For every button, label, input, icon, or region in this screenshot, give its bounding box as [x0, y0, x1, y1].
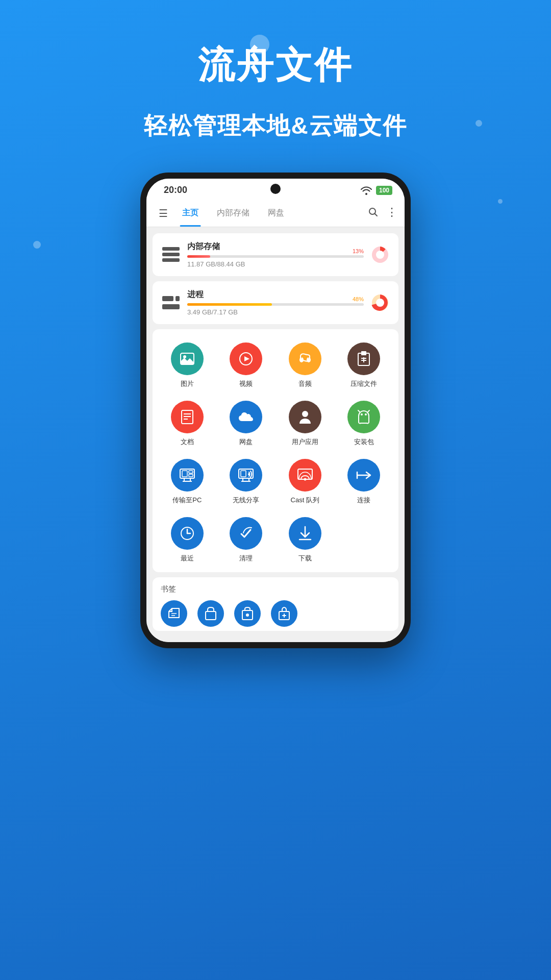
- svg-point-29: [302, 411, 308, 417]
- app-item-docs[interactable]: 文档: [160, 397, 215, 451]
- svg-marker-15: [244, 356, 249, 361]
- svg-point-30: [361, 413, 363, 415]
- svg-rect-34: [189, 471, 193, 473]
- app-title: 流舟文件: [0, 41, 551, 90]
- bookmark-icon-4[interactable]: [271, 600, 297, 627]
- app-item-archive[interactable]: 压缩文件: [337, 338, 392, 393]
- app-item-recent[interactable]: 最近: [160, 513, 215, 567]
- app-label-recent: 最近: [181, 554, 194, 563]
- storage-icon-process: [162, 293, 180, 312]
- app-grid-card: 图片 视频: [153, 329, 398, 572]
- wifi-icon: [361, 186, 372, 195]
- svg-rect-9: [162, 304, 180, 309]
- app-icon-cloud: [230, 401, 262, 433]
- storage-name-process: 进程: [187, 289, 364, 300]
- battery-indicator: 100: [376, 186, 392, 195]
- app-item-pc[interactable]: 传输至PC: [160, 455, 215, 509]
- svg-point-41: [248, 473, 250, 475]
- app-icon-docs: [171, 401, 204, 433]
- app-grid: 图片 视频: [158, 338, 393, 567]
- app-label-cloud: 网盘: [239, 437, 253, 447]
- svg-rect-2: [162, 247, 180, 251]
- nav-menu-button[interactable]: ☰: [154, 200, 173, 227]
- bookmarks-row: [161, 600, 390, 627]
- storage-info-process: 进程 48% 3.49 GB/7.17 GB: [187, 289, 364, 316]
- bookmark-icon-3[interactable]: [234, 600, 261, 627]
- app-icon-cast: [289, 459, 321, 492]
- svg-point-46: [304, 478, 306, 481]
- app-item-clean[interactable]: 清理: [219, 513, 274, 567]
- storage-card-process[interactable]: 进程 48% 3.49 GB/7.17 GB: [153, 281, 398, 324]
- app-icon-clean: [230, 517, 262, 550]
- app-item-apk[interactable]: 安装包: [337, 397, 392, 451]
- bookmarks-title: 书签: [161, 584, 390, 594]
- svg-rect-7: [162, 296, 173, 301]
- app-item-photos[interactable]: 图片: [160, 338, 215, 393]
- svg-rect-40: [241, 471, 246, 477]
- app-item-cast[interactable]: Cast 队列: [278, 455, 333, 509]
- phone-screen: 20:00 100 ☰ 主页 内部存储: [146, 179, 405, 642]
- app-icon-recent: [171, 517, 204, 550]
- bg-dot-4: [498, 199, 503, 204]
- svg-rect-56: [206, 611, 216, 620]
- app-label-photos: 图片: [181, 379, 194, 388]
- bookmark-icon-1[interactable]: [161, 600, 187, 627]
- svg-point-31: [365, 413, 367, 415]
- app-subtitle: 轻松管理本地&云端文件: [0, 110, 551, 142]
- bookmark-icon-2[interactable]: [197, 600, 224, 627]
- app-item-video[interactable]: 视频: [219, 338, 274, 393]
- app-label-archive: 压缩文件: [350, 379, 377, 388]
- app-item-download[interactable]: 下载: [278, 513, 333, 567]
- tab-cloud[interactable]: 网盘: [259, 200, 293, 227]
- app-label-clean: 清理: [239, 554, 253, 563]
- app-icon-user-apps: [289, 401, 321, 433]
- progress-bar-process: 48%: [187, 303, 364, 306]
- progress-label-internal: 13%: [353, 248, 364, 254]
- app-label-docs: 文档: [181, 437, 194, 447]
- progress-fill-internal: [187, 255, 210, 258]
- search-icon[interactable]: [368, 207, 378, 219]
- app-icon-pc: [171, 459, 204, 492]
- nav-tabs: ☰ 主页 内部存储 网盘 ⋮: [146, 200, 405, 227]
- svg-point-6: [376, 251, 384, 259]
- svg-rect-33: [182, 471, 187, 477]
- app-item-connect[interactable]: 连接: [337, 455, 392, 509]
- pie-chart-internal: [371, 246, 389, 264]
- app-label-wifi-share: 无线分享: [233, 496, 259, 505]
- camera-dot: [270, 184, 281, 194]
- app-icon-apk: [347, 401, 380, 433]
- app-label-apk: 安装包: [354, 437, 374, 447]
- app-item-user-apps[interactable]: 用户应用: [278, 397, 333, 451]
- phone-mockup: 20:00 100 ☰ 主页 内部存储: [140, 173, 411, 648]
- tab-internal[interactable]: 内部存储: [208, 200, 259, 227]
- app-icon-archive: [347, 342, 380, 375]
- app-item-wifi-share[interactable]: 无线分享: [219, 455, 274, 509]
- status-icons: 100: [361, 186, 392, 195]
- header-area: 流舟文件 轻松管理本地&云端文件: [0, 0, 551, 142]
- tab-home[interactable]: 主页: [173, 200, 208, 227]
- app-item-cloud[interactable]: 网盘: [219, 397, 274, 451]
- bookmarks-card: 书签: [153, 577, 398, 631]
- svg-rect-8: [176, 296, 180, 301]
- main-content: 内部存储 13% 11.87 GB/88.44 GB: [146, 227, 405, 642]
- app-icon-connect: [347, 459, 380, 492]
- svg-rect-21: [361, 351, 366, 355]
- app-label-cast: Cast 队列: [291, 496, 319, 505]
- app-icon-video: [230, 342, 262, 375]
- app-label-download: 下载: [298, 554, 312, 563]
- svg-point-13: [183, 355, 186, 358]
- more-icon[interactable]: ⋮: [386, 207, 397, 219]
- storage-info-internal: 内部存储 13% 11.87 GB/88.44 GB: [187, 241, 364, 268]
- svg-rect-35: [189, 474, 193, 477]
- phone-container: 20:00 100 ☰ 主页 内部存储: [0, 173, 551, 648]
- storage-size-process: 3.49 GB/7.17 GB: [187, 308, 364, 316]
- app-label-connect: 连接: [357, 496, 370, 505]
- app-item-audio[interactable]: 音频: [278, 338, 333, 393]
- progress-fill-process: [187, 303, 272, 306]
- svg-point-11: [376, 299, 384, 307]
- status-bar: 20:00 100: [146, 179, 405, 200]
- status-time: 20:00: [159, 185, 187, 195]
- storage-card-internal[interactable]: 内部存储 13% 11.87 GB/88.44 GB: [153, 233, 398, 276]
- app-icon-download: [289, 517, 321, 550]
- app-label-video: 视频: [239, 379, 253, 388]
